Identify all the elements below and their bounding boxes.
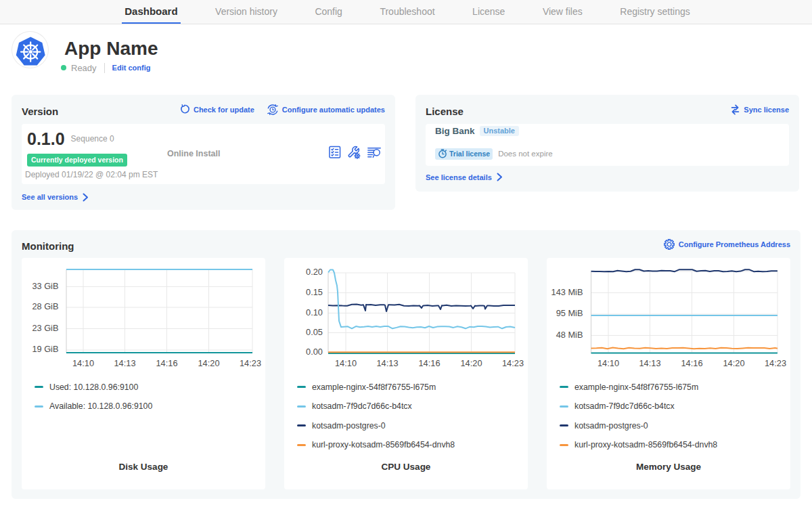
svg-text:14:13: 14:13 [639, 358, 660, 368]
svg-text:14:23: 14:23 [240, 358, 261, 368]
svg-text:48 MiB: 48 MiB [556, 330, 583, 340]
svg-text:14:10: 14:10 [597, 358, 619, 368]
svg-text:0.15: 0.15 [306, 287, 323, 297]
svg-text:28 GiB: 28 GiB [32, 301, 58, 311]
svg-text:0.00: 0.00 [306, 347, 323, 357]
svg-text:14:16: 14:16 [418, 358, 440, 368]
svg-text:0.20: 0.20 [306, 267, 323, 277]
svg-text:95 MiB: 95 MiB [556, 308, 583, 318]
svg-text:14:16: 14:16 [156, 358, 177, 368]
svg-text:14:16: 14:16 [681, 358, 702, 368]
svg-text:23 GiB: 23 GiB [32, 323, 58, 333]
svg-text:14:10: 14:10 [72, 358, 94, 368]
svg-text:14:10: 14:10 [335, 358, 357, 368]
svg-text:33 GiB: 33 GiB [32, 281, 58, 291]
svg-text:143 MiB: 143 MiB [551, 287, 583, 297]
svg-text:19 GiB: 19 GiB [32, 344, 58, 354]
svg-text:14:20: 14:20 [460, 358, 482, 368]
svg-text:0.05: 0.05 [306, 327, 323, 337]
svg-text:14:20: 14:20 [723, 358, 744, 368]
svg-text:14:13: 14:13 [114, 358, 135, 368]
svg-text:0.10: 0.10 [306, 307, 323, 317]
svg-text:14:13: 14:13 [376, 358, 398, 368]
svg-text:14:23: 14:23 [502, 358, 524, 368]
svg-text:14:20: 14:20 [198, 358, 219, 368]
svg-text:14:23: 14:23 [765, 358, 786, 368]
